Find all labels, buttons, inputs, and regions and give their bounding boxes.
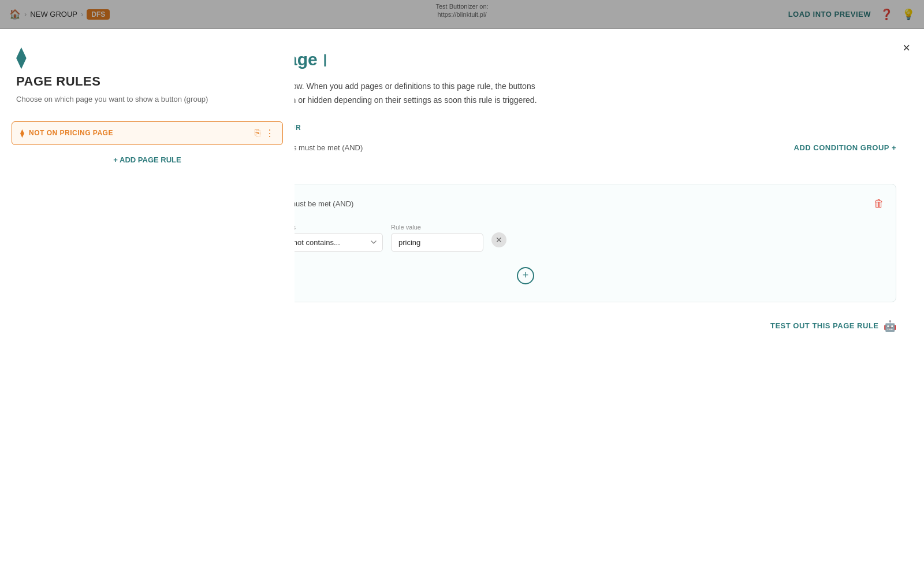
clear-rule-value-button[interactable]: ✕ [491,232,506,247]
add-condition-group-button[interactable]: ADD CONDITION GROUP + [794,143,896,152]
panel-title: PAGE RULES [16,74,278,89]
rule-filter-icon: ⧫ [20,128,24,138]
panel-description: Choose on which page you want to show a … [16,94,278,105]
test-rule-icon: 🤖 [884,320,897,332]
page-rule-item[interactable]: ⧫ NOT ON PRICING PAGE ⎘ ⋮ [12,121,283,145]
panel-header: ⧫ PAGE RULES Choose on which page you wa… [0,29,295,114]
delete-condition-button[interactable]: 🗑 [874,198,884,210]
modal-close-button[interactable]: × [903,40,910,55]
rule-value-field: Rule value [391,224,483,252]
rule-name-label: NOT ON PRICING PAGE [29,129,250,137]
add-condition-plus-icon: + [517,267,534,284]
cursor-icon: | [323,52,327,67]
filter-icon-large: ⧫ [16,45,278,69]
rule-value-label: Rule value [391,224,483,231]
copy-icon[interactable]: ⎘ [255,128,260,138]
rule-value-input[interactable] [391,233,483,252]
more-options-icon[interactable]: ⋮ [265,128,274,139]
test-page-rule-button[interactable]: TEST OUT THIS PAGE RULE 🤖 [770,320,896,332]
add-page-rule-button[interactable]: + ADD PAGE RULE [12,151,283,169]
test-rule-label: TEST OUT THIS PAGE RULE [770,321,879,330]
panel-body: ⧫ NOT ON PRICING PAGE ⎘ ⋮ + ADD PAGE RUL… [0,114,295,579]
page-rules-panel: ⧫ PAGE RULES Choose on which page you wa… [0,29,295,578]
